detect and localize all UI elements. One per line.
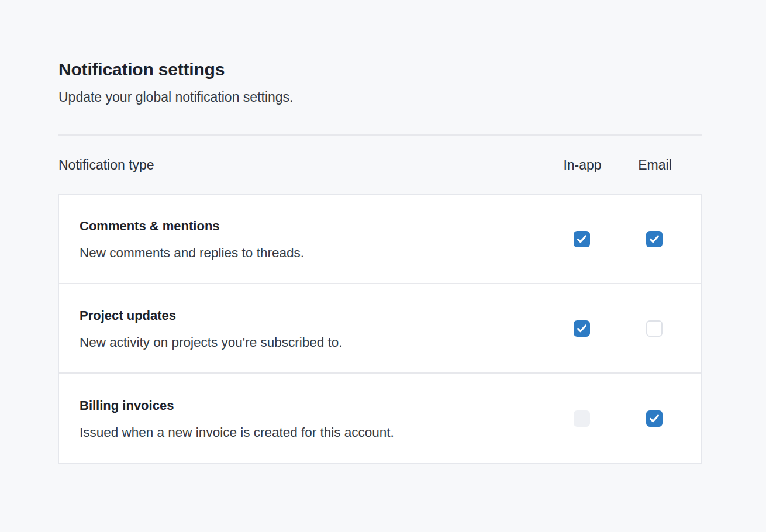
column-header-in-app: In-app [546, 157, 619, 173]
row-title: Comments & mentions [80, 217, 546, 235]
in-app-cell [546, 231, 618, 247]
column-header-email: Email [619, 157, 691, 173]
comments-in-app-checkbox[interactable] [574, 231, 590, 247]
row-text: Comments & mentions New comments and rep… [80, 199, 546, 279]
billing-in-app-checkbox [574, 410, 590, 427]
check-icon [575, 233, 588, 246]
check-icon [648, 233, 661, 246]
header-divider [58, 134, 702, 136]
row-title: Project updates [80, 307, 546, 324]
projects-email-checkbox[interactable] [646, 320, 663, 337]
page-subtitle: Update your global notification settings… [58, 88, 702, 106]
comments-email-checkbox[interactable] [646, 231, 663, 247]
row-description: New comments and replies to threads. [80, 244, 546, 262]
check-icon [648, 412, 661, 425]
row-description: Issued when a new invoice is created for… [80, 424, 546, 441]
row-comments-mentions: Comments & mentions New comments and rep… [59, 195, 701, 284]
notification-settings-card: Comments & mentions New comments and rep… [58, 194, 702, 464]
in-app-cell [546, 410, 618, 427]
row-billing-invoices: Billing invoices Issued when a new invoi… [59, 374, 701, 463]
row-title: Billing invoices [80, 397, 546, 414]
row-project-updates: Project updates New activity on projects… [59, 284, 701, 374]
row-text: Billing invoices Issued when a new invoi… [80, 378, 546, 459]
page-title: Notification settings [58, 58, 702, 81]
row-text: Project updates New activity on projects… [80, 288, 546, 369]
email-cell [618, 410, 691, 427]
billing-email-checkbox[interactable] [646, 410, 663, 427]
table-header: Notification type In-app Email [58, 153, 702, 177]
notification-settings-page: Notification settings Update your global… [58, 0, 702, 464]
row-description: New activity on projects you're subscrib… [80, 334, 546, 351]
email-cell [618, 320, 691, 337]
check-icon [575, 322, 588, 335]
in-app-cell [546, 320, 618, 337]
email-cell [618, 231, 691, 247]
column-header-notification-type: Notification type [58, 157, 546, 173]
projects-in-app-checkbox[interactable] [574, 320, 590, 337]
